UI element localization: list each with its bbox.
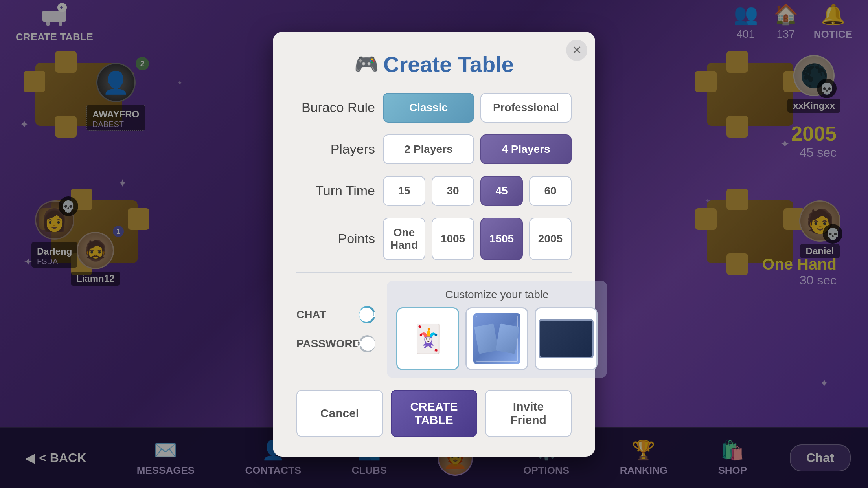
password-toggle-row: PASSWORD OFF: [296, 335, 375, 352]
players-label: Players: [296, 141, 375, 157]
modal-title-text: Create Table: [383, 51, 514, 77]
buraco-rule-label: Buraco Rule: [296, 100, 375, 115]
one-hand-option[interactable]: One Hand: [383, 218, 425, 260]
turn-time-label: Turn Time: [296, 183, 375, 198]
four-players-option[interactable]: 4 Players: [480, 134, 572, 164]
cancel-button[interactable]: Cancel: [296, 390, 383, 437]
section-divider: [296, 272, 572, 273]
modal-title-icon: 🎮: [354, 53, 379, 75]
modal-overlay: ✕ 🎮 Create Table Buraco Rule Classic Pro…: [0, 0, 868, 488]
time-60[interactable]: 60: [529, 176, 572, 206]
customize-panel: Customize your table 🃏: [387, 281, 607, 378]
time-45[interactable]: 45: [480, 176, 523, 206]
close-modal-button[interactable]: ✕: [566, 40, 587, 61]
chat-toggle-text: ON: [362, 310, 375, 320]
turn-time-options: 15 30 45 60: [383, 176, 572, 206]
modal-title: 🎮 Create Table: [296, 51, 572, 77]
buraco-options: Classic Professional: [383, 93, 572, 123]
table-felt-visual: [539, 319, 594, 358]
table-felt-option[interactable]: [535, 307, 598, 370]
buraco-rule-row: Buraco Rule Classic Professional: [296, 93, 572, 123]
chat-toggle[interactable]: ON: [359, 306, 375, 323]
chat-label: CHAT: [296, 308, 351, 321]
create-table-submit-button[interactable]: CREATE TABLE: [391, 390, 477, 437]
password-toggle[interactable]: OFF: [359, 335, 375, 352]
create-table-modal: ✕ 🎮 Create Table Buraco Rule Classic Pro…: [273, 32, 595, 457]
invite-friend-button[interactable]: Invite Friend: [485, 390, 572, 437]
customize-items: 🃏: [396, 307, 598, 370]
time-30[interactable]: 30: [432, 176, 474, 206]
points-label: Points: [296, 231, 375, 246]
toggles-panel: CHAT ON PASSWORD OFF: [296, 281, 375, 378]
password-label: PASSWORD: [296, 338, 351, 350]
card-back-visual: [473, 313, 520, 364]
two-players-option[interactable]: 2 Players: [383, 134, 474, 164]
time-15[interactable]: 15: [383, 176, 425, 206]
points-2005[interactable]: 2005: [529, 218, 572, 260]
classic-option[interactable]: Classic: [383, 93, 474, 123]
players-row: Players 2 Players 4 Players: [296, 134, 572, 164]
points-options: One Hand 1005 1505 2005: [383, 218, 572, 260]
customize-title: Customize your table: [396, 288, 598, 301]
points-1505[interactable]: 1505: [480, 218, 523, 260]
turn-time-row: Turn Time 15 30 45 60: [296, 176, 572, 206]
players-options: 2 Players 4 Players: [383, 134, 572, 164]
modal-actions: Cancel CREATE TABLE Invite Friend: [296, 390, 572, 437]
password-toggle-text: OFF: [355, 339, 373, 349]
card-deck-visual: 🃏: [411, 323, 445, 355]
points-1005[interactable]: 1005: [432, 218, 474, 260]
points-row: Points One Hand 1005 1505 2005: [296, 218, 572, 260]
professional-option[interactable]: Professional: [480, 93, 572, 123]
card-back-option[interactable]: [465, 307, 528, 370]
chat-toggle-row: CHAT ON: [296, 306, 375, 323]
card-deck-option[interactable]: 🃏: [396, 307, 459, 370]
customize-section: CHAT ON PASSWORD OFF Customize your ta: [296, 281, 572, 378]
